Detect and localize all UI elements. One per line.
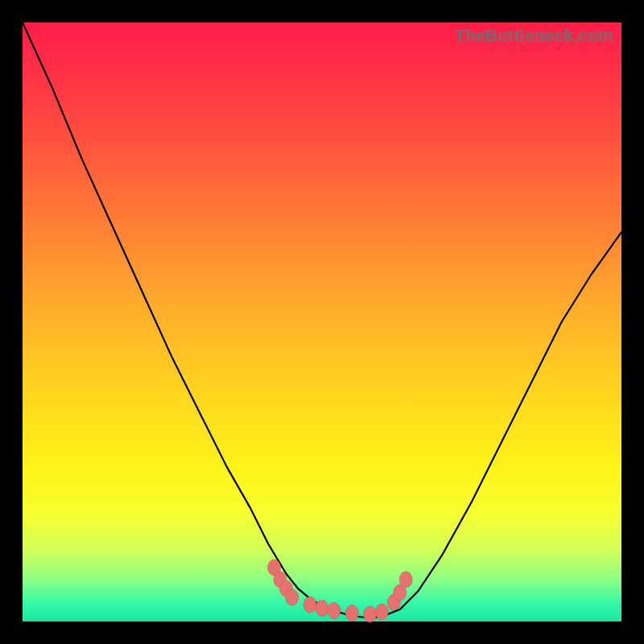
bottleneck-curve [23,23,621,618]
curve-svg [23,23,621,621]
valley-dot [316,601,328,617]
valley-dot [399,572,412,588]
valley-dot [364,606,377,622]
valley-dot [345,605,358,621]
chart-frame: TheBottleneck.com [0,0,644,644]
valley-dot [328,603,341,619]
valley-dot [303,597,316,613]
valley-dot [375,604,388,620]
valley-dot [286,589,299,605]
plot-area: TheBottleneck.com [23,23,621,621]
